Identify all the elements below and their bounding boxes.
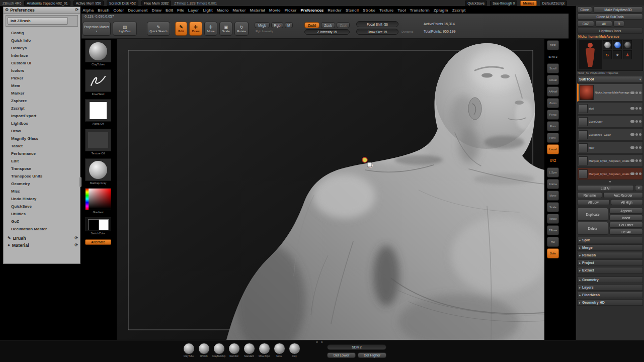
quick-brush[interactable]: DamStd [227, 343, 240, 357]
draw-button[interactable]: ✛ Draw [189, 22, 202, 36]
preferences-item[interactable]: Tablet [4, 142, 80, 150]
shelf-button[interactable]: XYZ [547, 156, 559, 166]
preferences-item[interactable]: ImportExport [4, 112, 80, 120]
del-all-button[interactable]: Del All [609, 229, 643, 235]
alternate-button[interactable]: Alternate [85, 239, 111, 245]
z-intensity-slider[interactable]: Z Intensity 15 [304, 29, 350, 35]
lightbox-tools-button[interactable]: Lightbox>Tools [577, 28, 643, 34]
quicksave-button[interactable]: QuickSave [465, 1, 487, 6]
secondary-color-swatch[interactable] [98, 219, 109, 230]
quick-brush[interactable]: ClayBuildUp [212, 343, 225, 357]
rgb-intensity-slider[interactable]: Rgb Intensity [256, 30, 273, 33]
menu-item[interactable]: Zplugin [434, 8, 448, 13]
current-brush-thumbnail[interactable] [85, 40, 111, 62]
preferences-item[interactable]: Picker [4, 74, 80, 82]
subtool-section-header[interactable]: ▸ Remesh [577, 252, 643, 258]
menu-item[interactable]: Transform [410, 8, 430, 13]
draw-size-slider[interactable]: Draw Size 15 [356, 29, 398, 35]
rename-button[interactable]: Rename [577, 192, 602, 198]
visibility-eye-icon[interactable] [630, 92, 634, 94]
preferences-item[interactable]: Custom UI [4, 59, 80, 67]
preferences-item[interactable]: Transpose [4, 165, 80, 172]
preferences-item[interactable]: Magnify Glass [4, 135, 80, 142]
preferences-item[interactable]: Interface [4, 52, 80, 59]
polypaint-icon[interactable] [635, 92, 638, 94]
shelf-button[interactable]: Rotate [547, 214, 559, 224]
render-icon[interactable] [639, 133, 641, 136]
polypaint-icon[interactable] [635, 146, 638, 149]
menu-item[interactable]: File [177, 8, 184, 13]
zscript-button[interactable]: DefaultZScript [540, 1, 567, 6]
menus-button[interactable]: Menus [520, 1, 536, 6]
subtool-section-header[interactable]: ▸ Split [577, 237, 643, 243]
current-texture-thumbnail[interactable] [85, 129, 111, 151]
current-stroke-thumbnail[interactable] [85, 69, 111, 92]
append-button[interactable]: Append [609, 208, 643, 214]
tool-slot[interactable] [613, 40, 622, 49]
render-icon[interactable] [639, 146, 641, 149]
preferences-item[interactable]: Config [4, 29, 80, 37]
render-icon[interactable] [639, 172, 641, 175]
polypaint-icon[interactable] [635, 172, 638, 175]
current-tool-name[interactable]: Nickz_humanMaleAverage [578, 35, 643, 38]
polypaint-icon[interactable] [635, 120, 638, 123]
quick-brush[interactable]: ClayTube [182, 343, 195, 357]
shelf-button[interactable]: Scale [547, 202, 559, 212]
menu-item[interactable]: Material [250, 8, 265, 13]
preferences-item[interactable]: Utilities [4, 210, 80, 218]
menu-item[interactable]: Texture [379, 8, 393, 13]
menu-item[interactable]: Alpha [83, 8, 94, 13]
primary-color-swatch[interactable] [88, 219, 99, 230]
preferences-item[interactable]: Zsphere [4, 97, 80, 105]
subtool-item[interactable]: Nickz_humanMaleAverage_ [577, 83, 643, 102]
autoreorder-button[interactable]: AutoReorder [603, 192, 643, 198]
shelf-button[interactable]: Frame [547, 179, 559, 189]
preferences-item[interactable]: Hotkeys [4, 44, 80, 52]
quick-sketch-button[interactable]: ✎ Quick Sketch [147, 22, 170, 36]
shelf-button[interactable]: Solo [547, 248, 559, 258]
shelf-button[interactable]: Move [547, 191, 559, 201]
init-zbrush-button[interactable]: Init ZBrush [8, 17, 68, 25]
render-icon[interactable] [639, 120, 641, 123]
tool-subpalette-header[interactable]: ▸ Geometry HD [577, 299, 643, 306]
saturation-value-area[interactable] [89, 189, 111, 210]
menu-item[interactable]: Picker [284, 8, 296, 13]
tool-slot[interactable] [623, 40, 632, 49]
subtool-section-header[interactable]: ▸ Extract [577, 267, 643, 274]
tool-slot[interactable] [603, 40, 612, 49]
list-all-button[interactable]: List All [577, 185, 634, 191]
menu-item[interactable]: Edit [166, 8, 173, 13]
preferences-item[interactable]: Decimation Master [4, 225, 80, 233]
preferences-item[interactable]: Quick Info [4, 37, 80, 44]
current-alpha-thumbnail[interactable] [85, 99, 111, 122]
del-lower-button[interactable]: Del Lower [327, 352, 356, 358]
mrgb-button[interactable]: Mrgb [255, 22, 270, 28]
menu-item[interactable]: Preferences [300, 8, 324, 13]
visibility-eye-icon[interactable] [630, 146, 634, 149]
focal-shift-slider[interactable]: Focal Shift -56 [356, 21, 398, 27]
render-icon[interactable] [639, 107, 641, 110]
preferences-item[interactable]: Draw [4, 127, 80, 135]
sdiv-slider[interactable]: SDiv 2 [327, 344, 386, 350]
star-icon[interactable]: ★ [613, 50, 622, 59]
rgb-button[interactable]: Rgb [271, 22, 283, 28]
quick-brush[interactable]: MoveTopo [258, 343, 271, 357]
shelf-button[interactable]: BPR [547, 40, 559, 50]
quick-brush[interactable]: Clay [288, 343, 301, 357]
refresh-icon[interactable]: ⟳ [75, 8, 78, 12]
quick-brush[interactable]: Move [273, 343, 286, 357]
tool-slot[interactable]: S [603, 50, 612, 59]
m-button[interactable]: M [285, 22, 293, 28]
del-other-button[interactable]: Del Other [609, 222, 643, 228]
preferences-header[interactable]: ⚙ Preferences ⟳ [4, 7, 80, 14]
scale-button[interactable]: ▣ Scale [219, 22, 232, 36]
duplicate-button[interactable]: Duplicate [577, 208, 608, 221]
projection-master-button[interactable]: Projection Master ▾ [83, 22, 111, 36]
list-dropdown-button[interactable]: ▾ [635, 185, 643, 191]
del-higher-button[interactable]: Del Higher [358, 352, 386, 358]
subtool-section-header[interactable]: ▸ Merge [577, 244, 643, 251]
preferences-item[interactable]: Transpose Units [4, 172, 80, 180]
subtool-item[interactable]: EyesOuter [577, 115, 643, 128]
menu-item[interactable]: Zscript [452, 8, 466, 13]
switch-color-widget[interactable] [85, 217, 111, 231]
